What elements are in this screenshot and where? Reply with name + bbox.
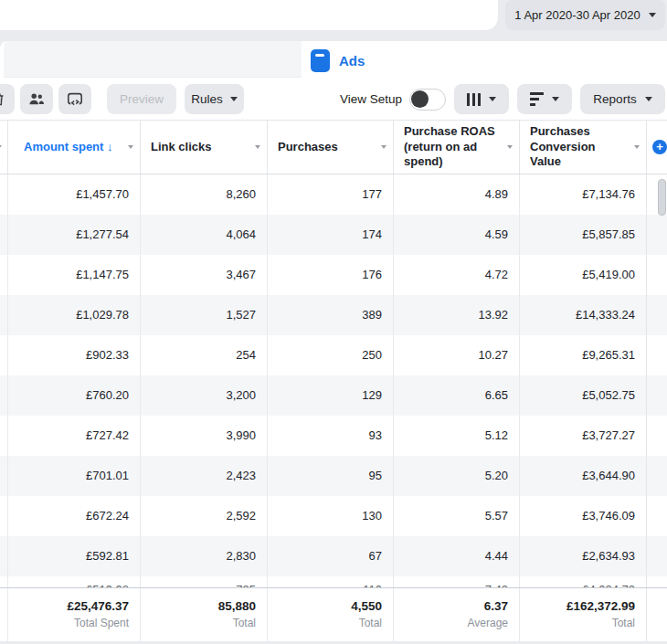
cell: 67 [267,536,393,576]
cell: £14,333.24 [519,295,646,335]
cell: 5.20 [393,456,519,496]
column-header-link-clicks[interactable]: Link clicks [140,121,267,174]
breakdown-button[interactable] [517,84,572,114]
footer-total-label: Total [520,617,635,629]
footer-end-cell [646,588,667,642]
footer-total-value: £162,372.99 [520,599,635,613]
chevron-down-icon [645,97,652,101]
date-range-label: 1 Apr 2020-30 Apr 2020 [514,8,640,22]
tab-ads[interactable]: Ads [311,47,365,74]
cell: 250 [267,335,393,375]
column-header-label: Purchases [278,140,338,155]
main-card: Ads [0,41,667,641]
cell: 130 [267,496,393,536]
row-edge-partial [0,496,7,536]
inactive-tab-strip [4,41,302,78]
trash-icon [0,91,6,108]
metrics-table: Amount spent ↓Link clicksPurchasesPurcha… [0,120,667,642]
chevron-down-icon [649,13,656,17]
column-header-label: Purchase ROAS (return on ad spend) [404,124,501,171]
cell: 177 [267,174,393,215]
chevron-down-icon [0,145,2,149]
column-header-purchases[interactable]: Purchases [267,121,393,174]
footer-total-label: Total [268,617,382,629]
view-setup-toggle[interactable] [409,89,446,111]
row-edge-partial [0,456,7,496]
cell: 5.57 [393,496,519,536]
cell: 3,200 [140,375,267,416]
reports-button[interactable]: Reports [580,84,665,114]
add-column-icon[interactable]: + [652,140,667,154]
cell: 389 [267,295,393,335]
cell: 3,990 [140,416,267,456]
people-icon [27,91,46,108]
chevron-down-icon[interactable] [507,145,513,149]
table-row: £592.812,830674.44£2,634.93 [0,536,667,576]
add-column-cell: + [646,121,667,174]
row-edge-partial [0,174,7,215]
row-edge-partial [0,255,7,295]
columns-icon [467,93,482,106]
row-end-cell [646,375,667,416]
footer-total-cell: £25,476.37Total Spent [7,588,140,642]
cell: 10.27 [393,335,519,375]
row-edge-partial [0,375,7,416]
cell: £2,634.93 [519,536,646,576]
delete-button[interactable] [0,84,15,114]
column-header-purchase-roas-return-on-ad-spend[interactable]: Purchase ROAS (return on ad spend) [393,121,519,174]
table-row: £1,277.544,0641744.59£5,857.85 [0,215,667,255]
cell: 4.59 [393,215,519,255]
cell: £4,024.73 [519,576,646,587]
cell: 129 [267,375,393,416]
row-edge-partial [0,295,7,335]
cell: £5,419.00 [519,255,646,295]
footer-edge-partial [0,588,7,642]
table-footer-row: £25,476.37Total Spent85,880Total4,550Tot… [0,587,667,642]
table-row: £701.012,423955.20£3,644.90 [0,456,667,496]
rules-button[interactable]: Rules [185,84,244,114]
column-header-label: Amount spent ↓ [24,140,113,155]
table-row: £672.242,5921305.57£3,746.09 [0,496,667,536]
swap-arrows-icon [66,91,84,108]
footer-total-value: 4,550 [268,599,382,613]
audience-button[interactable] [20,84,53,114]
chevron-down-icon[interactable] [634,145,640,149]
column-header-label: Purchases Conversion Value [530,124,628,171]
cell: 5.12 [393,416,519,456]
cell: £1,277.54 [7,215,140,255]
columns-button[interactable] [454,84,509,114]
chevron-down-icon[interactable] [381,145,386,149]
cell: £519.98 [7,576,140,587]
top-bar-card [0,0,498,30]
row-end-cell [646,215,667,255]
ab-test-button[interactable] [58,84,91,114]
column-header-amount-spent[interactable]: Amount spent ↓ [7,121,140,174]
cell: £1,029.78 [7,295,140,335]
table-header-row: Amount spent ↓Link clicksPurchasesPurcha… [0,120,667,174]
cell: £1,147.75 [7,255,140,295]
chevron-down-icon[interactable] [128,145,133,149]
preview-button[interactable]: Preview [107,84,176,114]
chevron-down-icon[interactable] [255,145,260,149]
footer-total-cell: 4,550Total [267,588,393,642]
footer-total-value: 85,880 [141,599,256,613]
column-header-purchases-conversion-value[interactable]: Purchases Conversion Value [519,121,646,174]
table-row: £1,457.708,2601774.89£7,134.76 [0,174,667,215]
toolbar-right: View Setup Reports [340,84,665,114]
date-range-picker[interactable]: 1 Apr 2020-30 Apr 2020 [505,0,665,30]
cell: £1,457.70 [7,174,140,215]
row-end-cell [646,536,667,576]
footer-total-cell: 6.37Average [393,588,519,642]
breakdown-icon [530,92,544,106]
ads-manager-page: 1 Apr 2020-30 Apr 2020 Ads [0,0,667,644]
footer-total-cell: 85,880Total [140,588,267,642]
row-end-cell [646,255,667,295]
row-end-cell [646,496,667,536]
cell: 174 [267,215,393,255]
cell: 3,467 [140,255,267,295]
vertical-scrollbar-thumb[interactable] [658,179,666,216]
cell: £7,134.76 [519,174,646,215]
column-header-partial [0,121,7,174]
cell: 2,830 [140,536,267,576]
cell: 6.65 [393,375,519,416]
